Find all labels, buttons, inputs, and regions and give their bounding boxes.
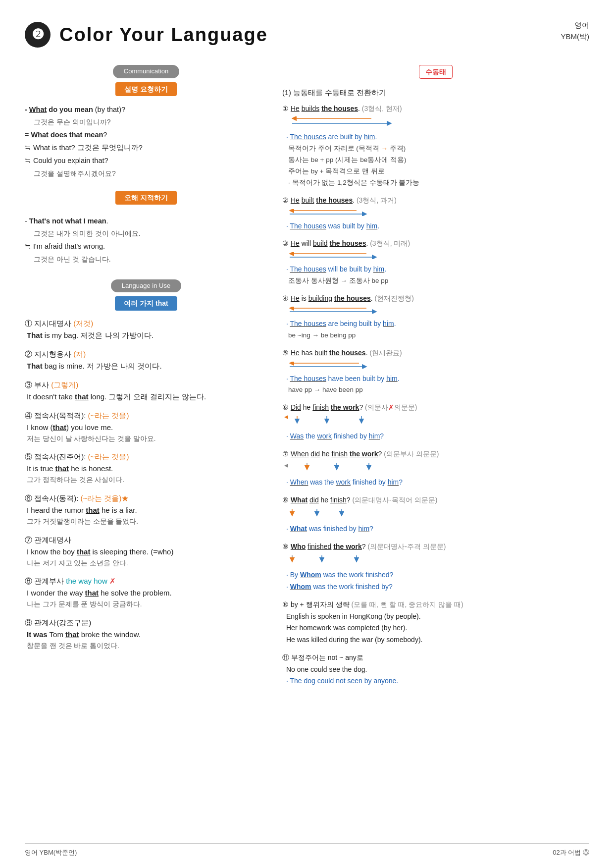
passive-item-11-orig: No one could see the dog. xyxy=(286,664,589,676)
miss-item-1-ko: 그것은 내가 의미한 것이 아니에요. xyxy=(34,227,267,240)
communication-section: Communication 설명 요청하기 - What do you mean… xyxy=(25,65,267,180)
passive-item-2-pass: · The houses was built by him. xyxy=(286,220,589,232)
passive-item-7-arrow xyxy=(282,462,589,477)
miss-badge: 오해 지적하기 xyxy=(115,191,177,205)
passive-item-5-orig: ⑤ He has built the houses. (현재완료) xyxy=(282,347,589,359)
passive-item-8-pass: · What was finished by him? xyxy=(286,523,589,535)
lang-title-area: 여러 가지 that xyxy=(25,296,267,315)
comm-explain-items: - What do you mean (by that)? 그것은 무슨 의미입… xyxy=(25,103,267,180)
miss-item-2: ≒ I'm afraid that's wrong. xyxy=(25,240,267,253)
lang-badge-area: Language in Use xyxy=(25,279,267,295)
passive-item-5-arrow xyxy=(282,361,589,373)
meta-line2: YBM(박) xyxy=(561,31,590,43)
passive-item-1: ① He builds the houses. (3형식, 현재) xyxy=(282,103,589,189)
passive-item-3: ③ He will build the houses. (3형식, 미래) xyxy=(282,238,589,286)
passive-item-2-arrow xyxy=(282,208,589,220)
lang-item-9-label: ⑨ 관계사(강조구문) xyxy=(25,617,267,629)
passive-item-6-orig: ⑥ Did he finish the work? (의문사✗의문문) xyxy=(282,402,589,414)
lang-title-badge: 여러 가지 that xyxy=(115,296,177,310)
arrow-diagram-1 xyxy=(282,116,411,127)
passive-item-1-pass: · The houses are built by him. xyxy=(286,131,589,143)
lang-item-6-ko: 그가 거짓말쟁이라는 소문을 들었다. xyxy=(27,516,267,527)
comm-item-1-ko: 그것은 무슨 의미입니까? xyxy=(34,116,267,128)
chapter-number: ❷ xyxy=(25,22,51,48)
lang-item-7-label: ⑦ 관계대명사 xyxy=(25,534,267,546)
passive-item-4-note: be ~ing → be being pp xyxy=(288,330,589,341)
lang-item-4-en: I know (that) you love me. xyxy=(27,422,267,434)
lang-item-5-en: It is true that he is honest. xyxy=(27,463,267,475)
lang-item-6-en: I heard the rumor that he is a liar. xyxy=(27,504,267,516)
passive-item-7-orig: ⑦ When did he finish the work? (의문부사 의문문… xyxy=(282,448,589,460)
comm-item-1: - What do you mean (by that)? xyxy=(25,103,267,116)
svg-marker-18 xyxy=(284,464,288,468)
lang-item-2-label: ② 지시형용사 (저) xyxy=(25,348,267,360)
language-in-use-section: Language in Use 여러 가지 that ① 지시대명사 (저것) … xyxy=(25,279,267,651)
passive-item-1-notes: 목적어가 주어 자리로 (목적격 → 주격) 동사는 be + pp (시제는 … xyxy=(288,143,589,189)
passive-item-6: ⑥ Did he finish the work? (의문사✗의문문) xyxy=(282,402,589,442)
miss-items: - That's not what I mean. 그것은 내가 의미한 것이 … xyxy=(25,215,267,266)
comm-title-area: 설명 요청하기 xyxy=(25,82,267,101)
passive-item-11-pass: · The dog could not seen by anyone. xyxy=(286,675,589,687)
passive-item-1-orig: ① He builds the houses. (3형식, 현재) xyxy=(282,103,589,115)
passive-item-2: ② He built the houses. (3형식, 과거) xyxy=(282,195,589,232)
passive-item-9-pass-1: · By Whom was the work finished? xyxy=(286,569,589,581)
arrow-diagram-3 xyxy=(282,252,391,259)
passive-intro: (1) 능동태를 수동태로 전환하기 xyxy=(282,87,589,99)
header-meta: 영어 YBM(박) xyxy=(561,20,590,42)
passive-section: (1) 능동태를 수동태로 전환하기 ① He builds the house… xyxy=(282,87,589,687)
lang-item-3: ③ 부사 (그렇게) It doesn't take that long. 그렇… xyxy=(25,379,267,403)
page-title: Color Your Language xyxy=(59,20,268,50)
lang-item-5: ⑤ 접속사(진주어): (~라는 것을) It is true that he … xyxy=(25,451,267,486)
passive-item-7-pass: · When was the work finished by him? xyxy=(286,477,589,488)
passive-item-11-label: ⑪ 부정주어는 not ~ any로 xyxy=(282,652,589,664)
lang-item-9-en: It was Tom that broke the window. xyxy=(27,629,267,641)
miss-item-1: - That's not what I mean. xyxy=(25,215,267,227)
passive-item-3-arrow xyxy=(282,251,589,263)
passive-item-5: ⑤ He has built the houses. (현재완료) xyxy=(282,347,589,396)
lang-item-9-ko: 창문을 깬 것은 바로 톰이었다. xyxy=(27,641,267,651)
lang-item-4-label: ④ 접속사(목적격): (~라는 것을) xyxy=(25,410,267,422)
arrow-diagram-5 xyxy=(282,362,381,369)
lang-item-3-label: ③ 부사 (그렇게) xyxy=(25,379,267,391)
comm-item-4: ≒ Could you explain that? xyxy=(25,154,267,167)
meta-line1: 영어 xyxy=(561,20,590,31)
passive-item-2-orig: ② He built the houses. (3형식, 과거) xyxy=(282,195,589,207)
lang-item-9: ⑨ 관계사(강조구문) It was Tom that broke the wi… xyxy=(25,617,267,651)
comm-title-badge: 설명 요청하기 xyxy=(115,82,177,96)
comm-item-2: = What does that mean? xyxy=(25,128,267,141)
miss-section-header: 오해 지적하기 xyxy=(25,191,267,210)
passive-item-10: ⑩ by + 행위자의 생략 (모를 때, 뻔 할 때, 중요하지 않을 때) … xyxy=(282,599,589,646)
passive-badge: 수동태 xyxy=(419,65,453,79)
lang-item-8: ⑧ 관계부사 the way how ✗ I wonder the way th… xyxy=(25,575,267,610)
lang-item-6: ⑥ 접속사(동격): (~라는 것을)★ I heard the rumor t… xyxy=(25,492,267,527)
svg-marker-12 xyxy=(284,415,288,419)
passive-item-10-ex2: Her homework was completed (by her). xyxy=(286,622,589,634)
passive-item-5-note: have pp → have been pp xyxy=(288,384,589,396)
lang-item-1-en: That is my bag. 저것은 나의 가방이다. xyxy=(27,329,267,341)
passive-item-8: ⑧ What did he finish? (의문대명사-목적어 의문문) xyxy=(282,494,589,535)
passive-item-1-arrow xyxy=(282,116,589,131)
lang-item-8-label: ⑧ 관계부사 the way how ✗ xyxy=(25,575,267,587)
passive-item-5-pass: · The houses have been built by him. xyxy=(286,373,589,385)
arrow-diagram-4 xyxy=(282,307,391,314)
passive-item-9-orig: ⑨ Who finished the work? (의문대명사-주격 의문문) xyxy=(282,541,589,553)
lang-item-1-label: ① 지시대명사 (저것) xyxy=(25,318,267,329)
lang-item-2: ② 지시형용사 (저) That bag is mine. 저 가방은 나의 것… xyxy=(25,348,267,372)
passive-item-3-pass: · The houses will be built by him. xyxy=(286,264,589,275)
lang-item-7-en: I know the boy that is sleeping there. (… xyxy=(27,546,267,558)
arrow-diagram-7 xyxy=(282,462,401,473)
passive-item-9: ⑨ Who finished the work? (의문대명사-주격 의문문) xyxy=(282,541,589,593)
passive-item-3-note: 조동사 동사원형 → 조동사 be pp xyxy=(288,275,589,287)
lang-item-8-ko: 나는 그가 문제를 푼 방식이 궁금하다. xyxy=(27,599,267,610)
passive-item-4-arrow xyxy=(282,306,589,318)
passive-item-10-ex1: English is spoken in HongKong (by people… xyxy=(286,611,589,623)
passive-item-4-orig: ④ He is building the houses. (현재진행형) xyxy=(282,293,589,305)
lang-item-7-ko: 나는 저기 자고 있는 소년을 안다. xyxy=(27,558,267,569)
page-footer: 영어 YBM(박준언) 02과 어법 ⑤ xyxy=(25,843,589,858)
passive-item-6-pass: · Was the work finished by him? xyxy=(286,431,589,442)
passive-item-11: ⑪ 부정주어는 not ~ any로 No one could see the … xyxy=(282,652,589,687)
lang-item-7: ⑦ 관계대명사 I know the boy that is sleeping … xyxy=(25,534,267,569)
lang-item-5-ko: 그가 정직하다는 것은 사실이다. xyxy=(27,475,267,486)
header: ❷ Color Your Language 영어 YBM(박) xyxy=(25,20,589,50)
passive-item-8-arrow xyxy=(282,508,589,523)
